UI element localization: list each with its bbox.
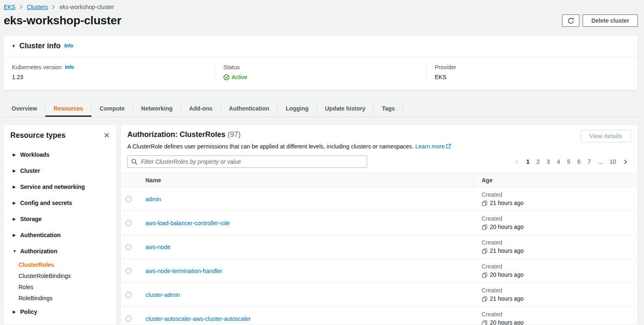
- filter-input[interactable]: [127, 155, 367, 168]
- clusterrole-link[interactable]: aws-node-termination-handler: [145, 268, 222, 274]
- clusterrole-link[interactable]: cluster-autoscaler-aws-cluster-autoscale…: [145, 316, 251, 322]
- learn-more-link[interactable]: Learn more: [415, 143, 452, 150]
- page-7[interactable]: 7: [586, 158, 592, 166]
- kubernetes-version-field: Kubernetes version Info 1.23: [4, 64, 215, 81]
- caret-right-icon: ▶: [13, 183, 20, 191]
- breadcrumb-clusters[interactable]: Clusters: [27, 4, 48, 10]
- created-label: Created: [482, 191, 637, 198]
- copy-icon[interactable]: [482, 320, 487, 325]
- provider-field: Provider EKS: [426, 64, 637, 81]
- page-2[interactable]: 2: [535, 158, 541, 166]
- tab-networking[interactable]: Networking: [133, 100, 181, 117]
- cluster-info-info-link[interactable]: Info: [64, 43, 73, 49]
- clusterrole-link[interactable]: aws-load-balancer-controller-role: [145, 220, 230, 226]
- tab-tags[interactable]: Tags: [374, 100, 403, 117]
- clusterrole-link[interactable]: admin: [145, 196, 161, 203]
- sidebar-item-cluster[interactable]: ▶Cluster: [10, 163, 110, 179]
- provider-value: EKS: [435, 73, 629, 81]
- clusterrole-link[interactable]: aws-node: [145, 244, 171, 250]
- tab-bar: OverviewResourcesComputeNetworkingAdd-on…: [3, 100, 638, 117]
- breadcrumb: EKSClusterseks-workshop-cluster: [0, 0, 644, 10]
- previous-page-arrow-icon[interactable]: [513, 159, 521, 165]
- caret-right-icon: ▶: [13, 167, 20, 175]
- sidebar-item-rolebindings[interactable]: RoleBindings: [10, 293, 110, 304]
- tab-logging[interactable]: Logging: [278, 100, 317, 117]
- delete-cluster-button[interactable]: Delete cluster: [583, 14, 638, 27]
- copy-icon[interactable]: [482, 272, 487, 278]
- page-1[interactable]: 1: [525, 158, 531, 166]
- tab-update-history[interactable]: Update history: [317, 100, 374, 117]
- panel-description: A ClusterRole defines user permissions t…: [127, 143, 451, 151]
- caret-right-icon: ▶: [13, 199, 20, 207]
- provider-label: Provider: [435, 64, 456, 71]
- age-value: 21 hours ago: [490, 247, 524, 254]
- table-row: cluster-admin Created 21 hours ago: [121, 283, 637, 307]
- result-count: (97): [227, 130, 241, 139]
- created-label: Created: [482, 311, 637, 318]
- page-4[interactable]: 4: [555, 158, 562, 166]
- sidebar-item-service-and-networking[interactable]: ▶Service and networking: [10, 179, 110, 195]
- page-5[interactable]: 5: [565, 158, 572, 166]
- view-details-button[interactable]: View details: [581, 130, 631, 142]
- table-row: admin Created 21 hours ago: [121, 187, 637, 211]
- sidebar-item-config-and-secrets[interactable]: ▶Config and secrets: [10, 195, 110, 211]
- chevron-right-icon: [51, 4, 56, 10]
- refresh-icon: [567, 17, 574, 24]
- kubernetes-version-label: Kubernetes version: [12, 64, 62, 71]
- tab-overview[interactable]: Overview: [3, 100, 45, 117]
- sidebar-item-storage[interactable]: ▶Storage: [10, 211, 110, 227]
- age-value: 21 hours ago: [490, 295, 524, 302]
- kubernetes-version-info-link[interactable]: Info: [65, 64, 74, 71]
- tab-compute[interactable]: Compute: [91, 100, 133, 117]
- sidebar-item-workloads[interactable]: ▶Workloads: [10, 147, 110, 163]
- close-icon[interactable]: ×: [104, 132, 110, 139]
- copy-icon[interactable]: [482, 248, 487, 254]
- breadcrumb-eks[interactable]: EKS: [4, 4, 15, 10]
- column-header-age[interactable]: Age: [474, 177, 637, 184]
- clusterrole-link[interactable]: cluster-admin: [145, 292, 180, 298]
- page-10[interactable]: 10: [608, 158, 618, 166]
- tab-resources[interactable]: Resources: [45, 100, 91, 117]
- caret-down-icon: ▼: [13, 247, 20, 255]
- sidebar-item-clusterroles[interactable]: ClusterRoles: [10, 259, 110, 271]
- created-label: Created: [482, 263, 637, 270]
- table-row: aws-load-balancer-controller-role Create…: [121, 211, 637, 235]
- age-value: 21 hours ago: [490, 200, 524, 207]
- clusterroles-table: Name Age admin Created 21 hours ago aws-: [121, 173, 637, 325]
- clusterroles-panel: Authorization: ClusterRoles (97) A Clust…: [120, 124, 638, 325]
- column-header-name[interactable]: Name: [145, 177, 474, 184]
- refresh-button[interactable]: [562, 14, 579, 27]
- sidebar-item-policy[interactable]: ▶Policy: [10, 304, 110, 320]
- filter-field: [127, 155, 367, 168]
- copy-icon[interactable]: [482, 296, 487, 302]
- table-row: cluster-autoscaler-aws-cluster-autoscale…: [121, 307, 637, 325]
- row-radio[interactable]: [126, 220, 131, 226]
- panel-title: Authorization: ClusterRoles: [127, 130, 225, 139]
- row-radio[interactable]: [126, 268, 131, 274]
- status-label: Status: [223, 64, 240, 71]
- sidebar-item-roles[interactable]: Roles: [10, 282, 110, 293]
- page-6[interactable]: 6: [576, 158, 582, 166]
- row-radio[interactable]: [126, 292, 131, 298]
- row-radio[interactable]: [126, 316, 131, 322]
- caret-right-icon: ▶: [13, 308, 20, 316]
- sidebar-title: Resource types: [10, 130, 66, 140]
- sidebar-item-clusterrolebindings[interactable]: ClusterRoleBindings: [10, 271, 110, 282]
- row-radio[interactable]: [126, 244, 131, 250]
- sidebar-item-authorization[interactable]: ▼Authorization: [10, 243, 110, 259]
- caret-right-icon: ▶: [13, 231, 20, 239]
- copy-icon[interactable]: [482, 200, 487, 206]
- sidebar-item-authentication[interactable]: ▶Authentication: [10, 227, 110, 243]
- check-circle-icon: [223, 74, 229, 80]
- collapse-caret-icon[interactable]: ▼: [12, 44, 16, 48]
- status-field: Status Active: [215, 64, 426, 81]
- page-3[interactable]: 3: [545, 158, 552, 166]
- caret-right-icon: ▶: [13, 215, 20, 223]
- table-header-row: Name Age: [121, 174, 637, 187]
- pagination: 1234567...10: [513, 158, 629, 166]
- tab-authentication[interactable]: Authentication: [221, 100, 278, 117]
- next-page-arrow-icon[interactable]: [621, 159, 629, 165]
- tab-add-ons[interactable]: Add-ons: [181, 100, 221, 117]
- row-radio[interactable]: [126, 196, 131, 202]
- copy-icon[interactable]: [482, 224, 487, 230]
